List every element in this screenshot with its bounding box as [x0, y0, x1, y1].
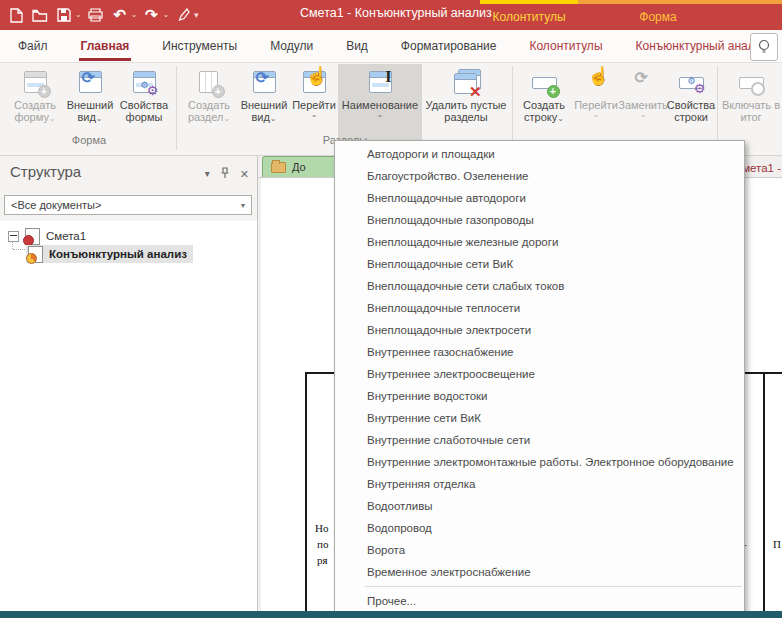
app-window: ⌄ ↶ ⌄ ↷ ⌄ ▾ Смета1 - Конъюнктурный анали…: [0, 0, 782, 618]
tab-home[interactable]: Главная: [79, 30, 132, 62]
redo-icon[interactable]: ↷: [141, 5, 161, 25]
button-label: Включать в итог: [722, 99, 780, 123]
menu-item[interactable]: Внутренняя отделка: [335, 473, 744, 495]
pin-icon[interactable]: [220, 165, 230, 183]
menu-item[interactable]: Внутренние электромонтажные работы. Элек…: [335, 451, 744, 473]
group-separator: [176, 66, 177, 150]
gear-icon: ⚙: [694, 83, 706, 95]
qat-customize-icon[interactable]: ▾: [194, 5, 199, 25]
group-label-form: Форма: [8, 134, 170, 146]
goto-row-button[interactable]: ☝ Перейти ⌄: [574, 64, 618, 152]
chevron-down-icon: ⌄: [557, 114, 564, 123]
folder-icon: [271, 162, 286, 173]
menu-item[interactable]: Водопровод: [335, 517, 744, 539]
refresh-arrows-icon: ⟳: [82, 72, 95, 84]
ribbon-tab-row: Файл Главная Инструменты Модули Вид Форм…: [0, 30, 782, 63]
tab-view[interactable]: Вид: [344, 30, 370, 62]
undo-icon[interactable]: ↶: [110, 5, 130, 25]
section-name-dropdown-menu: Автодороги и площадки Благоустройство. О…: [334, 140, 745, 615]
menu-item[interactable]: Внеплощадочные сети ВиК: [335, 253, 744, 275]
include-in-total-icon: [738, 69, 765, 96]
menu-item[interactable]: Внутренние водостоки: [335, 385, 744, 407]
menu-item[interactable]: Внутреннее электроосвещение: [335, 363, 744, 385]
pointing-hand-icon: ☝: [588, 70, 610, 82]
menu-item[interactable]: Внутренние сети ВиК: [335, 407, 744, 429]
menu-item[interactable]: Внеплощадочные сети слабых токов: [335, 275, 744, 297]
lightbulb-icon: [758, 39, 770, 56]
pointing-hand-icon: ☝: [306, 70, 328, 82]
tab-modules[interactable]: Модули: [268, 30, 315, 62]
menu-item[interactable]: Внеплощадочные автодороги: [335, 187, 744, 209]
menu-item[interactable]: Водоотливы: [335, 495, 744, 517]
table-left-border: [305, 372, 307, 612]
table-header-fragment: Но: [315, 522, 328, 534]
save-icon[interactable]: [54, 5, 74, 25]
menu-item[interactable]: Внеплощадочные теплосети: [335, 297, 744, 319]
close-icon[interactable]: ✕: [240, 168, 249, 180]
circle-badge-icon: [751, 82, 765, 96]
redo-glyph: ↷: [145, 6, 158, 24]
context-tab-kolontituly[interactable]: Колонтитулы: [480, 4, 578, 30]
create-section-icon: +: [196, 69, 223, 96]
title-bar: ⌄ ↶ ⌄ ↷ ⌄ ▾ Смета1 - Конъюнктурный анали…: [0, 0, 782, 30]
new-document-icon[interactable]: [6, 5, 26, 25]
tree-item-market-analysis[interactable]: Конъюнктурный анализ: [26, 245, 193, 263]
menu-item-other[interactable]: Прочее...: [335, 590, 744, 612]
window-title: Смета1 - Конъюнктурный анализ: [300, 6, 492, 20]
replace-icon: ⟳: [630, 69, 657, 96]
plus-badge-icon: +: [38, 85, 51, 98]
quick-access-toolbar: ⌄ ↶ ⌄ ↷ ⌄ ▾: [6, 5, 199, 25]
menu-item[interactable]: Внутренние слаботочные сети: [335, 429, 744, 451]
panel-menu-arrow-icon[interactable]: ▾: [205, 168, 210, 180]
chevron-down-icon: ⌄: [270, 114, 277, 123]
create-row-button[interactable]: + Создать строку⌄: [516, 64, 572, 152]
group-separator: [512, 66, 513, 150]
collapse-expander-icon[interactable]: [8, 231, 19, 242]
goto-hand-icon: ☝: [301, 69, 328, 96]
red-x-icon: ✕: [469, 86, 482, 98]
include-in-total-button[interactable]: Включать в итог: [720, 64, 782, 152]
save-dropdown-chevron-icon[interactable]: ⌄: [75, 5, 82, 25]
chevron-down-icon: ⌄: [223, 114, 230, 123]
open-folder-icon[interactable]: [30, 5, 50, 25]
tab-file[interactable]: Файл: [16, 30, 50, 62]
chevron-down-icon: ⌄: [96, 114, 103, 123]
context-tab-forma[interactable]: Форма: [578, 4, 738, 30]
undo-dropdown-chevron-icon[interactable]: ⌄: [131, 5, 138, 25]
tab-market-analysis[interactable]: Конъюнктурный анализ: [634, 30, 769, 62]
format-painter-icon[interactable]: [173, 5, 193, 25]
table-column-border: [763, 372, 765, 612]
menu-item[interactable]: Внеплощадочные железные дороги: [335, 231, 744, 253]
document-caption-fragment[interactable]: мета1 -: [742, 158, 781, 177]
row-properties-button[interactable]: ⚙ ⚙ Свойства строки: [668, 64, 714, 152]
menu-item[interactable]: Внеплощадочные газопроводы: [335, 209, 744, 231]
button-label: Внешний вид: [241, 99, 288, 123]
menu-item[interactable]: Ворота: [335, 539, 744, 561]
documents-tab[interactable]: До: [262, 156, 342, 177]
print-icon[interactable]: [86, 5, 106, 25]
redo-dropdown-chevron-icon[interactable]: ⌄: [162, 5, 169, 25]
chevron-down-icon: ⌄: [377, 111, 384, 119]
replace-row-button[interactable]: ⟳ Заменить ⌄: [620, 64, 666, 152]
appearance-icon: ⟳: [77, 69, 104, 96]
table-header-fragment: ря: [317, 554, 328, 566]
section-name-icon: I: [367, 69, 394, 96]
table-header-fragment: по: [317, 538, 328, 550]
menu-item[interactable]: Внутреннее газоснабжение: [335, 341, 744, 363]
chevron-down-icon: ⌄: [311, 111, 318, 119]
tree-item-label: Конъюнктурный анализ: [49, 248, 187, 260]
menu-item[interactable]: Автодороги и площадки: [335, 143, 744, 165]
documents-filter-combobox[interactable]: <Все документы> ▾: [4, 195, 252, 215]
goto-hand-icon: ☝: [583, 69, 610, 96]
tips-button[interactable]: [750, 33, 778, 61]
tree-item-smeta1[interactable]: Смета1: [8, 227, 86, 245]
gear-small-icon: ⚙: [687, 75, 695, 87]
tab-headers-footers[interactable]: Колонтитулы: [527, 30, 604, 62]
structure-panel: Структура ▾ ✕ <Все документы> ▾ Смета1 К…: [0, 155, 258, 612]
menu-item[interactable]: Внеплощадочные электросети: [335, 319, 744, 341]
menu-item[interactable]: Благоустройство. Озеленение: [335, 165, 744, 187]
tab-formatting[interactable]: Форматирование: [399, 30, 499, 62]
tab-tools[interactable]: Инструменты: [160, 30, 239, 62]
menu-item[interactable]: Временное электроснабжение: [335, 561, 744, 583]
button-label: Свойства строки: [667, 99, 715, 123]
